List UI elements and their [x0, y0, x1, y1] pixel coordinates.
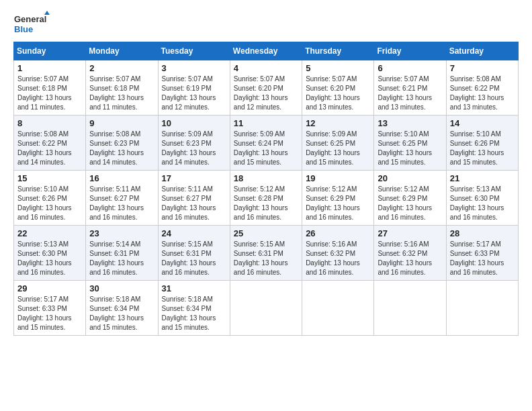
- calendar-cell: 8Sunrise: 5:08 AMSunset: 6:22 PMDaylight…: [14, 116, 86, 171]
- day-info: Sunrise: 5:07 AMSunset: 6:18 PMDaylight:…: [89, 75, 154, 112]
- weekday-header-monday: Monday: [86, 42, 158, 60]
- day-number: 29: [17, 283, 82, 293]
- day-number: 12: [306, 118, 370, 128]
- calendar-week-3: 15Sunrise: 5:10 AMSunset: 6:26 PMDayligh…: [14, 171, 519, 226]
- day-info: Sunrise: 5:11 AMSunset: 6:27 PMDaylight:…: [162, 185, 226, 222]
- calendar-cell: 9Sunrise: 5:08 AMSunset: 6:23 PMDaylight…: [86, 116, 158, 171]
- day-number: 15: [17, 173, 82, 183]
- day-number: 16: [89, 173, 154, 183]
- calendar-cell: 26Sunrise: 5:16 AMSunset: 6:32 PMDayligh…: [302, 226, 374, 281]
- calendar-cell: 31Sunrise: 5:18 AMSunset: 6:34 PMDayligh…: [158, 281, 230, 336]
- weekday-header-wednesday: Wednesday: [230, 42, 302, 60]
- day-number: 21: [450, 173, 515, 183]
- calendar-cell: 19Sunrise: 5:12 AMSunset: 6:29 PMDayligh…: [302, 171, 374, 226]
- day-number: 13: [378, 118, 442, 128]
- day-info: Sunrise: 5:11 AMSunset: 6:27 PMDaylight:…: [89, 185, 154, 222]
- day-info: Sunrise: 5:08 AMSunset: 6:22 PMDaylight:…: [17, 130, 82, 167]
- day-number: 10: [162, 118, 226, 128]
- day-info: Sunrise: 5:15 AMSunset: 6:31 PMDaylight:…: [234, 240, 298, 277]
- day-number: 31: [162, 283, 226, 293]
- day-number: 5: [306, 63, 370, 73]
- day-info: Sunrise: 5:10 AMSunset: 6:25 PMDaylight:…: [378, 130, 442, 167]
- calendar-cell: 16Sunrise: 5:11 AMSunset: 6:27 PMDayligh…: [86, 171, 158, 226]
- day-info: Sunrise: 5:17 AMSunset: 6:33 PMDaylight:…: [450, 240, 515, 277]
- calendar-cell: 20Sunrise: 5:12 AMSunset: 6:29 PMDayligh…: [374, 171, 446, 226]
- calendar-cell: 1Sunrise: 5:07 AMSunset: 6:18 PMDaylight…: [14, 60, 86, 116]
- calendar-header-row: SundayMondayTuesdayWednesdayThursdayFrid…: [14, 42, 519, 60]
- calendar-cell: 3Sunrise: 5:07 AMSunset: 6:19 PMDaylight…: [158, 60, 230, 116]
- day-info: Sunrise: 5:14 AMSunset: 6:31 PMDaylight:…: [89, 240, 154, 277]
- day-number: 6: [378, 63, 442, 73]
- weekday-header-saturday: Saturday: [446, 42, 518, 60]
- day-number: 25: [234, 228, 298, 238]
- calendar-cell: 27Sunrise: 5:16 AMSunset: 6:32 PMDayligh…: [374, 226, 446, 281]
- day-info: Sunrise: 5:18 AMSunset: 6:34 PMDaylight:…: [89, 295, 154, 332]
- day-info: Sunrise: 5:09 AMSunset: 6:23 PMDaylight:…: [162, 130, 226, 167]
- calendar-cell: 4Sunrise: 5:07 AMSunset: 6:20 PMDaylight…: [230, 60, 302, 116]
- day-number: 27: [378, 228, 442, 238]
- calendar-cell: [446, 281, 518, 336]
- day-number: 24: [162, 228, 226, 238]
- calendar-cell: 17Sunrise: 5:11 AMSunset: 6:27 PMDayligh…: [158, 171, 230, 226]
- day-number: 26: [306, 228, 370, 238]
- day-number: 9: [89, 118, 154, 128]
- day-info: Sunrise: 5:08 AMSunset: 6:22 PMDaylight:…: [450, 75, 515, 112]
- day-info: Sunrise: 5:10 AMSunset: 6:26 PMDaylight:…: [450, 130, 515, 167]
- day-number: 30: [89, 283, 154, 293]
- day-info: Sunrise: 5:07 AMSunset: 6:18 PMDaylight:…: [17, 75, 82, 112]
- day-number: 3: [162, 63, 226, 73]
- day-info: Sunrise: 5:12 AMSunset: 6:28 PMDaylight:…: [234, 185, 298, 222]
- day-info: Sunrise: 5:15 AMSunset: 6:31 PMDaylight:…: [162, 240, 226, 277]
- day-number: 4: [234, 63, 298, 73]
- day-info: Sunrise: 5:12 AMSunset: 6:29 PMDaylight:…: [306, 185, 370, 222]
- svg-marker-2: [44, 11, 50, 15]
- calendar-cell: 10Sunrise: 5:09 AMSunset: 6:23 PMDayligh…: [158, 116, 230, 171]
- day-number: 8: [17, 118, 82, 128]
- calendar-cell: 30Sunrise: 5:18 AMSunset: 6:34 PMDayligh…: [86, 281, 158, 336]
- day-info: Sunrise: 5:12 AMSunset: 6:29 PMDaylight:…: [378, 185, 442, 222]
- calendar-cell: 12Sunrise: 5:09 AMSunset: 6:25 PMDayligh…: [302, 116, 374, 171]
- day-number: 23: [89, 228, 154, 238]
- calendar-week-4: 22Sunrise: 5:13 AMSunset: 6:30 PMDayligh…: [14, 226, 519, 281]
- day-info: Sunrise: 5:16 AMSunset: 6:32 PMDaylight:…: [378, 240, 442, 277]
- calendar-cell: 21Sunrise: 5:13 AMSunset: 6:30 PMDayligh…: [446, 171, 518, 226]
- day-info: Sunrise: 5:09 AMSunset: 6:25 PMDaylight:…: [306, 130, 370, 167]
- svg-text:Blue: Blue: [14, 24, 33, 34]
- day-number: 1: [17, 63, 82, 73]
- svg-text:General: General: [14, 14, 46, 24]
- day-info: Sunrise: 5:07 AMSunset: 6:21 PMDaylight:…: [378, 75, 442, 112]
- day-info: Sunrise: 5:13 AMSunset: 6:30 PMDaylight:…: [17, 240, 82, 277]
- calendar-cell: 11Sunrise: 5:09 AMSunset: 6:24 PMDayligh…: [230, 116, 302, 171]
- calendar-cell: 6Sunrise: 5:07 AMSunset: 6:21 PMDaylight…: [374, 60, 446, 116]
- logo-svg: General Blue: [13, 11, 50, 36]
- calendar-cell: 22Sunrise: 5:13 AMSunset: 6:30 PMDayligh…: [14, 226, 86, 281]
- calendar-cell: 2Sunrise: 5:07 AMSunset: 6:18 PMDaylight…: [86, 60, 158, 116]
- day-info: Sunrise: 5:16 AMSunset: 6:32 PMDaylight:…: [306, 240, 370, 277]
- day-number: 20: [378, 173, 442, 183]
- weekday-header-thursday: Thursday: [302, 42, 374, 60]
- day-number: 2: [89, 63, 154, 73]
- calendar-cell: 14Sunrise: 5:10 AMSunset: 6:26 PMDayligh…: [446, 116, 518, 171]
- calendar-week-2: 8Sunrise: 5:08 AMSunset: 6:22 PMDaylight…: [14, 116, 519, 171]
- calendar-cell: 5Sunrise: 5:07 AMSunset: 6:20 PMDaylight…: [302, 60, 374, 116]
- day-number: 18: [234, 173, 298, 183]
- weekday-header-sunday: Sunday: [14, 42, 86, 60]
- weekday-header-tuesday: Tuesday: [158, 42, 230, 60]
- calendar-body: 1Sunrise: 5:07 AMSunset: 6:18 PMDaylight…: [14, 60, 519, 336]
- calendar-cell: 15Sunrise: 5:10 AMSunset: 6:26 PMDayligh…: [14, 171, 86, 226]
- calendar-cell: 24Sunrise: 5:15 AMSunset: 6:31 PMDayligh…: [158, 226, 230, 281]
- calendar-cell: 18Sunrise: 5:12 AMSunset: 6:28 PMDayligh…: [230, 171, 302, 226]
- day-info: Sunrise: 5:07 AMSunset: 6:20 PMDaylight:…: [306, 75, 370, 112]
- day-info: Sunrise: 5:07 AMSunset: 6:20 PMDaylight:…: [234, 75, 298, 112]
- day-info: Sunrise: 5:08 AMSunset: 6:23 PMDaylight:…: [89, 130, 154, 167]
- day-number: 17: [162, 173, 226, 183]
- calendar-cell: 25Sunrise: 5:15 AMSunset: 6:31 PMDayligh…: [230, 226, 302, 281]
- day-number: 22: [17, 228, 82, 238]
- header: General Blue: [13, 11, 519, 36]
- day-number: 7: [450, 63, 515, 73]
- calendar-cell: 23Sunrise: 5:14 AMSunset: 6:31 PMDayligh…: [86, 226, 158, 281]
- calendar-cell: [302, 281, 374, 336]
- calendar-table: SundayMondayTuesdayWednesdayThursdayFrid…: [13, 42, 519, 336]
- calendar-week-5: 29Sunrise: 5:17 AMSunset: 6:33 PMDayligh…: [14, 281, 519, 336]
- day-info: Sunrise: 5:17 AMSunset: 6:33 PMDaylight:…: [17, 295, 82, 332]
